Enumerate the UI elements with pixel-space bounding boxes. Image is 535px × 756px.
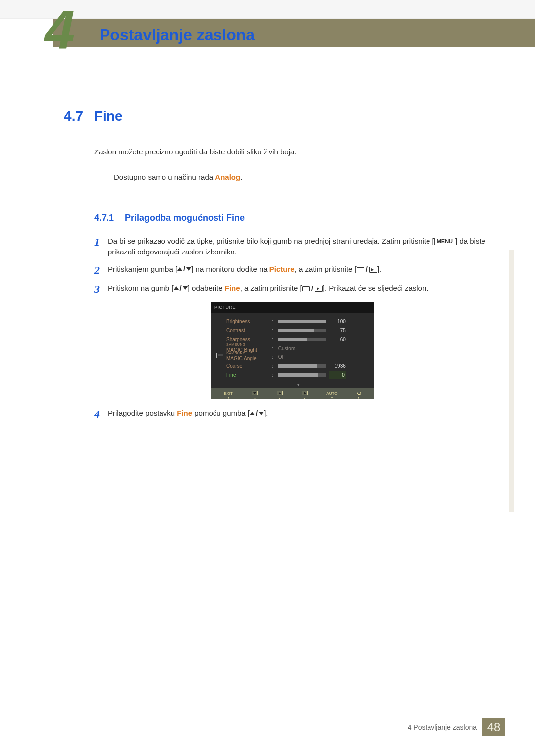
step-1-text-a: Da bi se prikazao vodič za tipke, pritis… <box>108 237 434 245</box>
osd-row-value: 100 <box>329 318 346 325</box>
osd-brace-icon <box>219 334 222 352</box>
osd-row: Brightness:100 <box>226 317 369 326</box>
chapter-header: 4 Postavljanje zaslona <box>53 19 535 47</box>
chapter-title: Postavljanje zaslona <box>100 23 255 47</box>
osd-bar <box>278 329 326 332</box>
enter-buttons-icon: / <box>302 283 323 295</box>
footer-chapter: 4 Postavljanje zaslona <box>408 722 482 733</box>
osd-row: Sharpness:60 <box>226 335 369 344</box>
step-3-number: 3 <box>94 283 108 296</box>
osd-bar <box>278 320 326 323</box>
osd-colon: : <box>272 318 273 325</box>
note-text: Dostupno samo u načinu rada Analog. <box>114 172 242 183</box>
osd-brace-icon <box>219 359 222 377</box>
step-3-fine: Fine <box>225 284 240 292</box>
step-2-text-d: ]. <box>377 265 381 273</box>
osd-row-value: Off <box>278 353 285 361</box>
step-4-number: 4 <box>94 408 108 421</box>
osd-row-label: SAMSUNGMAGIC Angle <box>226 352 269 362</box>
osd-colon: : <box>272 362 273 370</box>
step-2-picture: Picture <box>269 265 295 273</box>
subsection-title: Prilagodba mogućnosti Fine <box>125 211 245 225</box>
menu-button-icon: MENU <box>434 238 455 245</box>
osd-colon: : <box>272 327 273 334</box>
chapter-number: 4 <box>45 2 75 56</box>
osd-footer-enter-icon <box>302 391 308 395</box>
up-down-arrows-icon: / <box>177 263 191 275</box>
up-down-arrows-icon: / <box>174 283 188 294</box>
step-4: 4 Prilagodite postavku Fine pomoću gumba… <box>94 408 490 421</box>
enter-buttons-icon: / <box>357 264 377 275</box>
page-footer: 4 Postavljanje zaslona 48 <box>408 718 505 736</box>
note-row: Dostupno samo u načinu rada Analog. <box>94 172 490 192</box>
up-down-arrows-icon: / <box>250 408 264 419</box>
note-bold: Analog <box>215 173 240 181</box>
osd-footer-exit: EXIT <box>224 391 233 396</box>
footer-page-number: 48 <box>482 718 505 736</box>
osd-row-value: 60 <box>329 336 346 343</box>
osd-footer-power-icon: ⏻ <box>357 391 361 396</box>
osd-row-value: 1936 <box>329 362 346 370</box>
osd-footer-auto: AUTO <box>326 391 337 396</box>
step-1: 1 Da bi se prikazao vodič za tipke, prit… <box>94 236 490 258</box>
osd-chevron-down-icon: ▾ <box>211 382 374 389</box>
osd-row: Contrast:75 <box>226 326 369 335</box>
note-icon <box>94 172 105 183</box>
osd-footer-up-icon <box>277 391 283 395</box>
osd-row: Coarse:1936 <box>226 362 369 371</box>
osd-colon: : <box>272 336 273 343</box>
step-2-text-b: ] na monitoru dođite na <box>191 265 269 273</box>
osd-bar <box>278 338 326 341</box>
osd-row-value: Custom <box>278 345 295 352</box>
osd-row-label: Contrast <box>226 327 269 334</box>
section-title: Fine <box>94 106 123 127</box>
osd-row-label: Coarse <box>226 362 269 370</box>
osd-footer-down-icon <box>252 391 258 395</box>
osd-bar <box>278 373 326 377</box>
step-4-text-b: pomoću gumba [ <box>192 409 250 417</box>
osd-row-value: 75 <box>329 327 346 334</box>
step-2-text-a: Pritiskanjem gumba [ <box>108 265 177 273</box>
osd-colon: : <box>272 345 273 352</box>
note-suffix: . <box>240 173 242 181</box>
step-2-text-c: , a zatim pritisnite [ <box>295 265 357 273</box>
osd-title: PICTURE <box>211 302 374 313</box>
osd-bar <box>278 364 326 368</box>
osd-row-value: 0 <box>329 371 346 379</box>
osd-menu: PICTURE Brightness:100Contrast:75Sharpne… <box>211 302 374 399</box>
step-2-number: 2 <box>94 264 108 277</box>
section-intro: Zaslon možete precizno ugoditi da biste … <box>94 147 490 158</box>
subsection-number: 4.7.1 <box>94 211 125 225</box>
step-2: 2 Pritiskanjem gumba [/] na monitoru dođ… <box>94 264 490 277</box>
section-number: 4.7 <box>53 106 94 127</box>
step-1-number: 1 <box>94 236 108 258</box>
step-3: 3 Pritiskom na gumb [/] odaberite Fine, … <box>94 283 490 296</box>
step-3-text-a: Pritiskom na gumb [ <box>108 284 174 292</box>
side-strip <box>509 250 514 512</box>
step-4-text-a: Prilagodite postavku <box>108 409 177 417</box>
osd-monitor-icon <box>216 353 224 358</box>
osd-row-label: Fine <box>226 371 269 379</box>
osd-row: Fine:0 <box>226 371 369 380</box>
osd-colon: : <box>272 353 273 361</box>
step-3-text-c: , a zatim pritisnite [ <box>240 284 302 292</box>
osd-footer: EXIT▾ ▾ ▾ ▾ AUTO▾ ⏻▾ <box>211 388 374 399</box>
step-4-fine: Fine <box>177 409 192 417</box>
osd-row-label: Brightness <box>226 318 269 325</box>
osd-row: SAMSUNGMAGIC Bright:Custom <box>226 344 369 353</box>
step-3-text-d: ]. Prikazat će se sljedeći zaslon. <box>323 284 428 292</box>
osd-row: SAMSUNGMAGIC Angle:Off <box>226 353 369 362</box>
note-prefix: Dostupno samo u načinu rada <box>114 173 215 181</box>
step-3-text-b: ] odaberite <box>188 284 225 292</box>
top-bar <box>0 0 535 19</box>
osd-row-label: Sharpness <box>226 336 269 343</box>
osd-colon: : <box>272 371 273 379</box>
step-4-text-c: ]. <box>264 409 268 417</box>
